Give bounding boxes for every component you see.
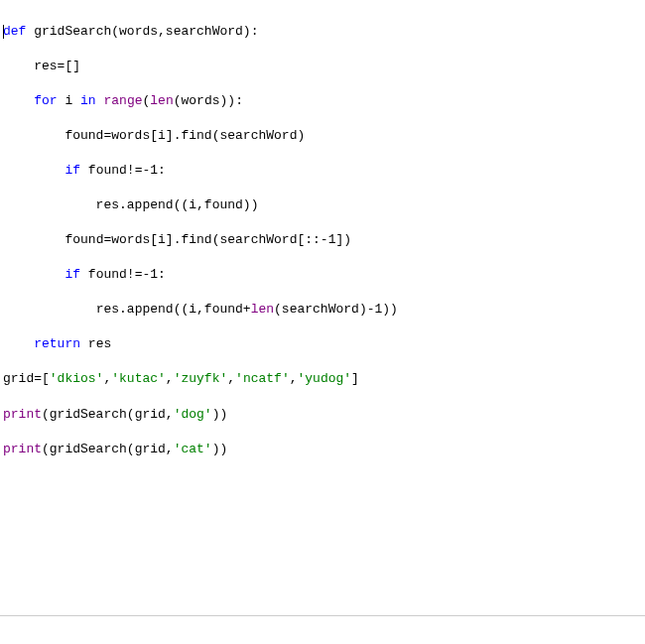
code-editor[interactable]: def gridSearch(words,searchWord): res=[]… [0, 0, 645, 615]
string-literal: 'cat' [174, 442, 212, 456]
divider [0, 615, 645, 616]
builtin-print: print [3, 442, 42, 456]
function-name: gridSearch [34, 24, 111, 39]
keyword-def: def [3, 24, 26, 39]
keyword-return: return [34, 336, 80, 351]
code-line: res.append((i,found+len(searchWord)-1)) [3, 301, 642, 319]
code-line: grid=['dkios','kutac','zuyfk','ncatf','y… [3, 370, 642, 388]
code-line: return res [3, 335, 642, 353]
string-literal: 'yudog' [298, 371, 352, 386]
code-line: print(gridSearch(grid,'cat')) [3, 441, 642, 458]
keyword-in: in [80, 93, 96, 108]
code-line: if found!=-1: [3, 162, 642, 180]
builtin-len: len [150, 93, 173, 108]
code-line: print(gridSearch(grid,'dog')) [3, 406, 642, 424]
builtin-print: print [3, 407, 42, 422]
string-literal: 'dog' [174, 407, 212, 422]
keyword-if: if [64, 267, 80, 282]
code-line: found=words[i].find(searchWord[::-1]) [3, 231, 642, 249]
keyword-if: if [64, 163, 80, 178]
code-line: if found!=-1: [3, 266, 642, 284]
code-line: def gridSearch(words,searchWord): [3, 23, 642, 41]
builtin-range: range [103, 93, 142, 108]
string-literal: 'ncatf' [235, 371, 290, 386]
string-literal: 'dkios' [50, 371, 104, 386]
string-literal: 'zuyfk' [174, 371, 228, 386]
keyword-for: for [34, 93, 57, 108]
code-line: for i in range(len(words)): [3, 92, 642, 110]
code-line: res.append((i,found)) [3, 196, 642, 214]
builtin-len: len [251, 302, 274, 317]
code-line: found=words[i].find(searchWord) [3, 127, 642, 145]
string-literal: 'kutac' [111, 371, 166, 386]
code-line: res=[] [3, 58, 642, 75]
